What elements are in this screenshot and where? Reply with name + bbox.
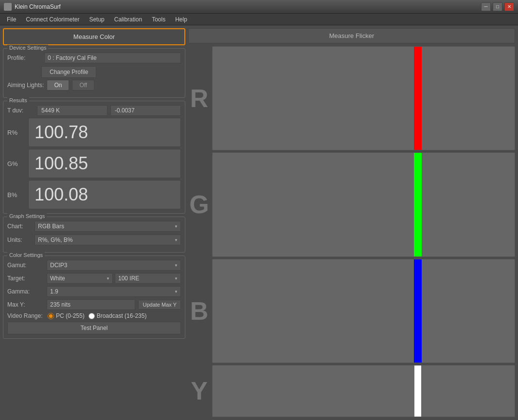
window-controls: ─ □ ✕: [481, 2, 514, 11]
tduv-value: 5449 K: [37, 105, 107, 116]
gamma-label: Gamma:: [7, 288, 44, 295]
menu-bar: File Connect Colorimeter Setup Calibrati…: [0, 14, 518, 25]
color-settings-content: Gamut: DCIP3 Rec709 Rec2020 Target:: [7, 260, 181, 334]
r-result-row: R% 100.78: [7, 118, 181, 147]
app-title: Klein ChromaSurf: [15, 3, 481, 10]
g-chart-box: [212, 152, 515, 256]
g-result-row: G% 100.85: [7, 149, 181, 178]
aiming-on-button[interactable]: On: [47, 80, 69, 91]
b-result-row: B% 100.08: [7, 180, 181, 209]
r-chart-letter: R: [188, 84, 210, 113]
b-value: 100.08: [28, 180, 181, 209]
close-button[interactable]: ✕: [504, 2, 514, 11]
gamut-row: Gamut: DCIP3 Rec709 Rec2020: [7, 260, 181, 271]
g-value: 100.85: [28, 149, 181, 178]
update-max-button[interactable]: Update Max Y: [138, 300, 181, 310]
video-range-label: Video Range:: [7, 312, 44, 319]
g-chart-row: G: [188, 152, 515, 256]
maxy-input[interactable]: [47, 299, 135, 310]
tduv-label: T duv:: [7, 107, 34, 114]
aiming-off-button[interactable]: Off: [72, 80, 94, 91]
aiming-lights-row: Aiming Lights: On Off: [7, 80, 181, 91]
g-chart-letter: G: [188, 190, 210, 219]
broadcast-radio-label[interactable]: Broadcast (16-235): [89, 312, 147, 319]
r-label: R%: [7, 129, 24, 136]
menu-help[interactable]: Help: [170, 15, 192, 24]
measure-color-button[interactable]: Measure Color: [3, 28, 185, 45]
test-panel-button[interactable]: Test Panel: [7, 322, 181, 334]
target-select[interactable]: White Red Green Blue: [47, 273, 113, 284]
maxy-row: Max Y: Update Max Y: [7, 299, 181, 310]
r-chart-bar: [414, 47, 422, 150]
profile-label: Profile:: [7, 55, 41, 61]
measure-flicker-button[interactable]: Measure Flicker: [188, 28, 515, 43]
charts-area: R G B Y: [188, 46, 515, 417]
menu-tools[interactable]: Tools: [147, 15, 170, 24]
right-panel: Measure Flicker R G B: [188, 28, 515, 417]
broadcast-label: Broadcast (16-235): [97, 312, 147, 319]
y-chart-bar: [414, 365, 421, 417]
b-label: B%: [7, 191, 24, 199]
g-label: G%: [7, 160, 24, 167]
graph-settings-section: Graph Settings Chart: RGB Bars XYZ xy Un…: [3, 217, 185, 253]
graph-settings-label: Graph Settings: [7, 213, 47, 219]
title-bar: Klein ChromaSurf ─ □ ✕: [0, 0, 518, 14]
device-settings-section: Device Settings Profile: Change Profile …: [3, 48, 185, 98]
menu-file[interactable]: File: [2, 15, 21, 24]
tduv-value2: -0.0037: [110, 105, 181, 116]
app-icon: [4, 3, 12, 11]
gamut-select[interactable]: DCIP3 Rec709 Rec2020: [47, 260, 181, 271]
change-profile-button[interactable]: Change Profile: [41, 66, 96, 78]
y-chart-row: Y: [188, 365, 515, 417]
r-chart-box: [212, 46, 515, 150]
chart-select[interactable]: RGB Bars XYZ xy: [35, 221, 181, 232]
menu-calibration[interactable]: Calibration: [109, 15, 147, 24]
units-row: Units: R%, G%, B% XYZ xy chromaticity: [7, 235, 181, 245]
chart-label: Chart:: [7, 223, 32, 230]
g-chart-bar: [414, 153, 422, 256]
b-chart-box: [212, 259, 515, 363]
units-select[interactable]: R%, G%, B% XYZ xy chromaticity: [35, 235, 181, 245]
b-chart-bar: [414, 259, 422, 363]
color-settings-section: Color Settings Gamut: DCIP3 Rec709 Rec20…: [3, 256, 185, 339]
color-settings-label: Color Settings: [7, 252, 45, 258]
pc-radio-label[interactable]: PC (0-255): [48, 312, 85, 319]
y-chart-box: [212, 365, 515, 417]
units-label: Units:: [7, 237, 32, 243]
main-content: Measure Color Device Settings Profile: C…: [0, 25, 518, 420]
b-chart-letter: B: [188, 296, 210, 326]
pc-label: PC (0-255): [56, 312, 85, 319]
gamma-row: Gamma: 1.9 2.2 2.4: [7, 286, 181, 297]
gamma-select[interactable]: 1.9 2.2 2.4: [47, 286, 181, 297]
tduv-row: T duv: 5449 K -0.0037: [7, 105, 181, 116]
y-chart-letter: Y: [188, 376, 210, 405]
results-section: Results T duv: 5449 K -0.0037 R% 100.78 …: [3, 101, 185, 214]
broadcast-radio[interactable]: [89, 313, 95, 319]
profile-input[interactable]: [44, 53, 181, 63]
chart-row: Chart: RGB Bars XYZ xy: [7, 221, 181, 232]
r-value: 100.78: [28, 118, 181, 147]
device-settings-label: Device Settings: [7, 45, 48, 51]
aiming-lights-label: Aiming Lights:: [7, 82, 44, 89]
pc-radio[interactable]: [48, 313, 54, 319]
left-panel: Measure Color Device Settings Profile: C…: [3, 28, 185, 417]
menu-connect[interactable]: Connect Colorimeter: [21, 15, 84, 24]
video-range-row: Video Range: PC (0-255) Broadcast (16-23…: [7, 312, 181, 319]
maxy-label: Max Y:: [7, 301, 44, 308]
minimize-button[interactable]: ─: [481, 2, 491, 11]
maximize-button[interactable]: □: [493, 2, 502, 11]
r-chart-row: R: [188, 46, 515, 150]
menu-setup[interactable]: Setup: [84, 15, 109, 24]
profile-row: Profile:: [7, 53, 181, 63]
b-chart-row: B: [188, 259, 515, 363]
results-label: Results: [7, 97, 29, 103]
target-row: Target: White Red Green Blue: [7, 273, 181, 284]
ire-select[interactable]: 100 IRE 75 IRE 50 IRE: [115, 273, 181, 284]
gamut-label: Gamut:: [7, 262, 44, 269]
target-label: Target:: [7, 275, 44, 282]
